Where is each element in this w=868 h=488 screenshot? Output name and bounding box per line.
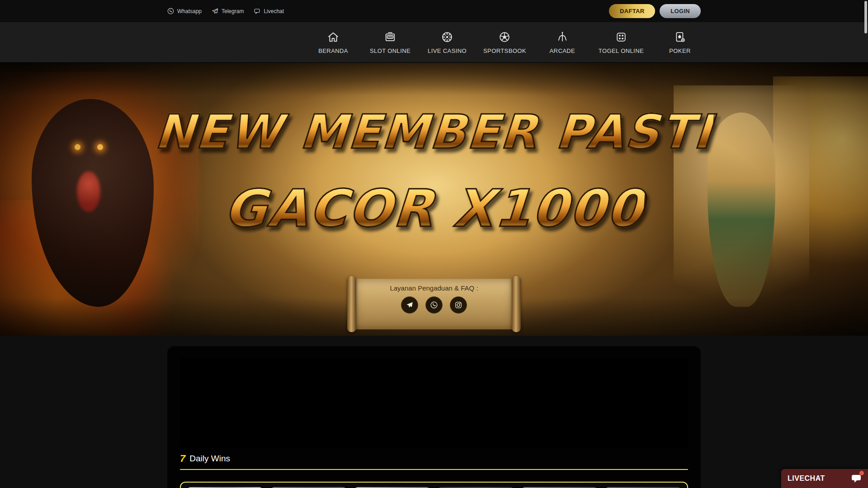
daily-wins-title: Daily Wins [189,454,230,464]
auth-buttons: DAFTAR LOGIN [609,4,701,18]
daily-wins-cards [180,482,688,488]
login-button[interactable]: LOGIN [660,4,701,18]
whatsapp-label: Whatsapp [177,8,202,14]
contact-links: Whatsapp Telegram [167,8,284,14]
page: Whatsapp Telegram [0,0,868,488]
livechat-link[interactable]: Livechat [254,8,284,14]
hero-title: NEW MEMBER PASTI GACOR X1000 [0,104,868,239]
whatsapp-link[interactable]: Whatsapp [167,8,202,14]
slot-machine-icon: 777 [384,31,396,43]
livechat-widget-label: LIVECHAT [788,474,825,483]
hero-banner: NEW MEMBER PASTI GACOR X1000 Layanan Pen… [0,63,868,336]
livechat-label: Livechat [264,8,284,14]
livechat-icon [254,8,260,14]
seven-badge: 7 [180,453,185,465]
promo-media-placeholder [180,358,688,448]
nav-item-live-casino[interactable]: LIVE CASINO [426,31,468,54]
poker-card-icon [674,31,686,43]
faq-social-icons [347,296,521,314]
telegram-label: Telegram [222,8,244,14]
telegram-social-button[interactable] [401,296,418,314]
svg-text:777: 777 [388,35,392,38]
whatsapp-social-button[interactable] [425,296,443,314]
content-panel: 7 Daily Wins [167,346,701,488]
telegram-icon [212,8,218,14]
daily-wins-underline [180,469,688,470]
whatsapp-icon [167,8,174,14]
livechat-notification-dot [859,471,864,475]
claw-arcade-icon [556,31,569,43]
hero-title-line1: NEW MEMBER PASTI [153,104,715,160]
faq-banner-text: Layanan Pengaduan & FAQ : [347,284,521,292]
home-icon [327,31,340,43]
main-content: 7 Daily Wins [0,336,868,488]
hero-title-line2: GACOR X1000 [222,178,646,239]
faq-scroll-banner: Layanan Pengaduan & FAQ : [347,276,521,332]
main-navigation: BERANDA 777 SLOT ONLINE [0,22,868,63]
scrollbar-thumb[interactable] [864,1,867,33]
topbar: Whatsapp Telegram [0,0,868,22]
instagram-social-button[interactable] [450,296,467,314]
nav-item-beranda[interactable]: BERANDA [312,31,354,54]
telegram-link[interactable]: Telegram [212,8,244,14]
daily-wins-header: 7 Daily Wins [180,453,688,465]
togel-numbers-icon [615,31,627,43]
livechat-widget[interactable]: LIVECHAT [781,469,868,488]
roulette-icon [441,31,453,43]
livechat-bubble-icon [851,474,862,483]
soccer-ball-icon [498,31,511,43]
nav-item-sportsbook[interactable]: SPORTSBOOK [483,31,526,54]
nav-item-arcade[interactable]: ARCADE [542,31,583,54]
daftar-button[interactable]: DAFTAR [609,4,655,18]
nav-item-togel-online[interactable]: TOGEL ONLINE [599,31,644,54]
nav-item-poker[interactable]: POKER [659,31,701,54]
nav-item-slot-online[interactable]: 777 SLOT ONLINE [369,31,411,54]
